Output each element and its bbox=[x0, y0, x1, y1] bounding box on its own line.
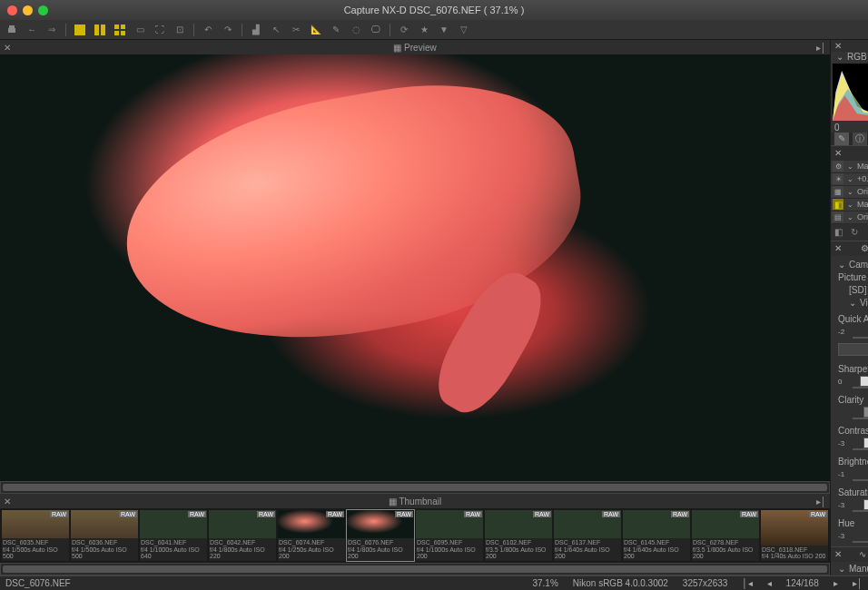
thumbnail-item[interactable]: RAWDSC_6074.NEFf/4 1/250s Auto ISO 200 bbox=[278, 510, 345, 561]
tab-metadata[interactable]: ⓘ bbox=[853, 133, 867, 145]
sharpening-track[interactable]: 4 bbox=[853, 376, 868, 388]
lc-manual-row[interactable]: ⌄Manual bbox=[831, 562, 868, 575]
thumbnail-item[interactable]: RAWDSC_6137.NEFf/4 1/640s Auto ISO 200 bbox=[554, 510, 621, 561]
point-icon[interactable]: ◌ bbox=[350, 24, 362, 36]
prev-icon[interactable]: ◂ bbox=[767, 578, 772, 588]
rotate-right-icon[interactable]: ↷ bbox=[222, 24, 234, 36]
levels-curves-header[interactable]: ✕ ∿ Levels & Curves ↩ bbox=[831, 547, 868, 562]
thumbnail-item[interactable]: RAWDSC_6041.NEFf/4 1/1000s Auto ISO 640 bbox=[140, 510, 207, 561]
raw-badge: RAW bbox=[119, 511, 137, 517]
raw-badge: RAW bbox=[464, 511, 482, 517]
histogram-range: 0 255 bbox=[831, 123, 868, 133]
edit-row[interactable]: ▤⌄Original bbox=[831, 211, 868, 224]
eyedropper-icon[interactable]: ✎ bbox=[330, 24, 342, 36]
thumbnail-caption: DSC_6036.NEFf/4 1/500s Auto ISO 500 bbox=[71, 538, 138, 561]
preview-hscrollbar[interactable] bbox=[0, 481, 830, 494]
thumbnail-caption: DSC_6041.NEFf/4 1/1000s Auto ISO 640 bbox=[140, 538, 207, 561]
straighten-icon[interactable]: 📐 bbox=[310, 24, 322, 36]
close-preview-icon[interactable]: ✕ bbox=[4, 43, 11, 53]
back-icon[interactable]: ← bbox=[25, 24, 38, 36]
next-icon[interactable]: ▸ bbox=[833, 578, 838, 588]
histogram-channel-row[interactable]: ⌄ RGB bbox=[831, 52, 868, 62]
edit-row[interactable]: ☀⌄+0.0ev bbox=[831, 173, 868, 186]
histogram-icon[interactable]: ▟ bbox=[250, 24, 262, 36]
edit-row[interactable]: ◧⌄Manual bbox=[831, 199, 868, 211]
star-icon[interactable]: ★ bbox=[418, 24, 430, 36]
filter-icon[interactable]: ▽ bbox=[458, 24, 470, 36]
thumbnail-item[interactable]: RAWDSC_6318.NEFf/4 1/40s Auto ISO 200 bbox=[761, 510, 828, 561]
thumbnail-item[interactable]: RAWDSC_6102.NEFf/3.5 1/800s Auto ISO 200 bbox=[485, 510, 552, 561]
preview-viewport[interactable] bbox=[0, 54, 830, 481]
clarity-slider: Clarity 0.00 Auto bbox=[838, 395, 868, 419]
prev-image-icon[interactable]: │◂ bbox=[742, 578, 752, 588]
thumbnail-hscrollbar[interactable] bbox=[0, 563, 830, 575]
edit-tools-row: ◧ ↻ ⟋ ▯ ∿ ◐ ⌇ ↩ bbox=[831, 224, 868, 241]
label-icon[interactable]: ▼ bbox=[438, 24, 450, 36]
thumbnail-item[interactable]: RAWDSC_6042.NEFf/4 1/800s Auto ISO 220 bbox=[209, 510, 276, 561]
view-split-icon[interactable] bbox=[94, 24, 106, 36]
edit-row[interactable]: ▦⌄Original bbox=[831, 186, 868, 199]
raw-badge: RAW bbox=[602, 511, 620, 517]
thumbnail-item[interactable]: RAWDSC_6095.NEFf/4 1/1000s Auto ISO 200 bbox=[416, 510, 483, 561]
thumbnail-item[interactable]: RAWDSC_6076.NEFf/4 1/800s Auto ISO 200 bbox=[347, 510, 414, 561]
brightness-track[interactable]: 0 bbox=[853, 468, 868, 481]
thumbnail-image: RAW bbox=[2, 510, 69, 538]
fullscreen-icon[interactable]: ⛶ bbox=[153, 24, 166, 36]
tool-crop-icon[interactable]: ◧ bbox=[834, 227, 845, 238]
next-image-icon[interactable]: ▸│ bbox=[853, 578, 863, 588]
svg-rect-6 bbox=[121, 25, 125, 29]
window-title: Capture NX-D DSC_6076.NEF ( 37.1% ) bbox=[0, 5, 868, 15]
thumbnail-item[interactable]: RAWDSC_6145.NEFf/4 1/640s Auto ISO 200 bbox=[623, 510, 690, 561]
thumbnail-strip[interactable]: RAWDSC_6035.NEFf/4 1/500s Auto ISO 500RA… bbox=[0, 508, 830, 563]
chevron-down-icon: ⌄ bbox=[838, 260, 845, 270]
view-compare-icon[interactable]: ▭ bbox=[133, 24, 146, 36]
fit-icon[interactable]: ⊡ bbox=[173, 24, 186, 36]
tab-adjustments[interactable]: ✎ bbox=[834, 133, 849, 145]
print-icon[interactable] bbox=[5, 24, 18, 36]
settings-icon: ⚙ bbox=[861, 243, 868, 253]
view-thumbnails-icon[interactable] bbox=[74, 24, 86, 36]
rotate-left-icon[interactable]: ↶ bbox=[202, 24, 214, 36]
thumbnail-item[interactable]: RAWDSC_6036.NEFf/4 1/500s Auto ISO 500 bbox=[71, 510, 138, 561]
clarity-label: Clarity bbox=[838, 395, 863, 405]
brightness-label: Brightness bbox=[838, 457, 868, 467]
tool-rotate-icon[interactable]: ↻ bbox=[851, 227, 862, 238]
thumbnail-item[interactable]: RAWDSC_6035.NEFf/4 1/500s Auto ISO 500 bbox=[2, 510, 69, 561]
pointer-icon[interactable]: ↖ bbox=[270, 24, 282, 36]
status-dimensions: 3257x2633 bbox=[683, 578, 728, 588]
edit-row-icon: ◧ bbox=[833, 199, 843, 210]
edit-row-label: Manual bbox=[857, 200, 868, 209]
thumbnail-item[interactable]: RAWDSC_6278.NEFf/3.5 1/800s Auto ISO 200 bbox=[692, 510, 759, 561]
contrast-track[interactable]: 0 bbox=[853, 438, 868, 450]
edit-row-label: Manual bbox=[857, 162, 868, 171]
reset-button[interactable]: Reset bbox=[838, 343, 868, 356]
close-lc-icon[interactable]: ✕ bbox=[834, 549, 842, 559]
view-grid-icon[interactable] bbox=[113, 24, 126, 36]
status-filename: DSC_6076.NEF bbox=[5, 578, 71, 588]
forward-icon[interactable]: ⇒ bbox=[45, 24, 58, 36]
crop-icon[interactable]: ✂ bbox=[290, 24, 302, 36]
raw-badge: RAW bbox=[671, 511, 689, 517]
quick-adjust-track[interactable]: 0 bbox=[853, 326, 868, 339]
collapse-thumbnail-icon[interactable]: ▸│ bbox=[816, 497, 826, 506]
close-thumbnail-icon[interactable]: ✕ bbox=[4, 497, 11, 506]
close-histogram-icon[interactable]: ✕ bbox=[834, 41, 842, 51]
saturation-track[interactable]: 0 bbox=[853, 499, 868, 512]
close-edit-icon[interactable]: ✕ bbox=[834, 148, 842, 158]
close-pc-icon[interactable]: ✕ bbox=[834, 243, 842, 253]
monitor-icon[interactable]: 🖵 bbox=[370, 24, 382, 36]
pc-vivid-dropdown[interactable]: ⌄Vivid bbox=[838, 298, 868, 308]
chevron-down-icon: ⌄ bbox=[847, 162, 853, 171]
edit-row-label: Original bbox=[857, 187, 868, 196]
edit-row-label: Original bbox=[857, 212, 868, 221]
edit-row[interactable]: ⚙⌄Manual bbox=[831, 161, 868, 173]
edit-tabs: ✎ ⓘ bbox=[831, 133, 868, 145]
hue-track[interactable]: 0 bbox=[853, 530, 868, 543]
thumbnail-image: RAW bbox=[278, 510, 345, 538]
camera-compatible-row[interactable]: ⌄Camera compatible bbox=[838, 260, 868, 270]
thumbnail-caption: DSC_6318.NEFf/4 1/40s Auto ISO 200 bbox=[761, 546, 828, 561]
sync-icon[interactable]: ⟳ bbox=[398, 24, 410, 36]
thumbnail-caption: DSC_6042.NEFf/4 1/800s Auto ISO 220 bbox=[209, 538, 276, 561]
status-bar: DSC_6076.NEF 37.1% Nikon sRGB 4.0.0.3002… bbox=[0, 575, 868, 590]
collapse-preview-icon[interactable]: ▸│ bbox=[816, 43, 826, 53]
